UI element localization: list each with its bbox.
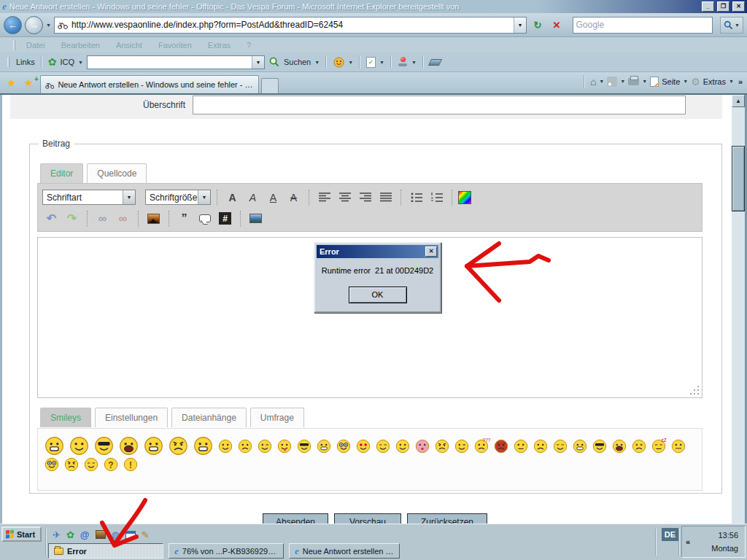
smiley-laugh[interactable] (612, 439, 627, 454)
smiley-lying[interactable] (69, 436, 89, 456)
smiley-smug[interactable] (376, 439, 390, 454)
smiley-thumbs-down[interactable] (533, 439, 548, 454)
extras-dropdown-icon[interactable]: ▼ (729, 79, 734, 84)
print-icon[interactable] (628, 78, 639, 85)
icq-flower-icon[interactable]: ✿ (66, 529, 74, 540)
picture-app-icon[interactable] (96, 530, 106, 539)
smiley-in-love[interactable] (356, 439, 371, 454)
smiley-cool[interactable] (297, 439, 311, 454)
menu-favoriten[interactable]: Favoriten (150, 41, 200, 50)
tab-umfrage[interactable]: Umfrage (250, 408, 304, 427)
toolbar-grip[interactable] (13, 40, 15, 50)
icq-button[interactable]: ICQ (60, 58, 74, 66)
page-menu-icon[interactable] (650, 77, 659, 87)
insert-link-button[interactable]: ∞ (93, 210, 112, 228)
menu-extras[interactable]: Extras (200, 41, 239, 50)
insert-image-button[interactable] (144, 210, 163, 228)
minimize-button[interactable]: _ (702, 1, 714, 12)
smiley-question[interactable]: ? (104, 457, 118, 472)
undo-button[interactable]: ↶ (42, 210, 61, 228)
align-center-button[interactable] (336, 189, 354, 206)
toolbar-grip[interactable] (7, 57, 9, 67)
smiley-angry[interactable] (435, 439, 449, 454)
font-select[interactable]: Schriftart ▼ (42, 190, 136, 205)
overflow-chevron[interactable]: » (737, 77, 744, 86)
italic-button[interactable]: A (244, 189, 262, 206)
bold-button[interactable]: A (223, 189, 241, 206)
smiley-nerd[interactable] (44, 457, 59, 472)
code-button[interactable]: # (216, 210, 234, 228)
size-select-arrow-icon[interactable]: ▼ (198, 190, 210, 204)
home-icon[interactable]: ⌂ (590, 76, 596, 88)
align-right-button[interactable] (356, 189, 374, 206)
error-dialog-ok-button[interactable]: OK (349, 287, 407, 303)
window-app-icon[interactable] (125, 531, 136, 539)
smiley-scream[interactable] (119, 436, 139, 456)
spoiler-bubble-button[interactable] (196, 210, 214, 228)
history-dropdown-icon[interactable]: ▼ (46, 23, 51, 28)
menu-ansicht[interactable]: Ansicht (108, 41, 150, 50)
combobox-dropdown-icon[interactable]: ▼ (252, 56, 264, 69)
back-button[interactable]: ← (4, 16, 22, 34)
smiley-dropdown-icon[interactable]: ▼ (348, 60, 353, 65)
url-text[interactable]: http://www.vespaonline.de/index.php?form… (71, 20, 510, 30)
smiley-rofl[interactable] (44, 436, 64, 456)
browser-icon[interactable]: ◍ (112, 529, 120, 540)
font-select-arrow-icon[interactable]: ▼ (123, 190, 135, 204)
smiley-thumbs-up[interactable] (573, 439, 587, 454)
launcher-icon[interactable]: ✈ (53, 529, 61, 540)
ordered-list-button[interactable] (427, 189, 446, 206)
address-bar[interactable]: http://www.vespaonline.de/index.php?form… (54, 17, 527, 34)
smiley-wink[interactable] (258, 439, 272, 454)
smiley-sad[interactable] (238, 439, 252, 454)
smiley-cheer-thumbs[interactable] (144, 436, 163, 456)
tab-smileys[interactable]: Smileys (40, 408, 91, 427)
font-color-button[interactable] (458, 191, 471, 204)
taskbar-button-error[interactable]: Error (48, 543, 163, 559)
browser-tab[interactable]: Neue Antwort erstellen - Windows und sei… (40, 75, 259, 93)
stop-button[interactable]: ✕ (549, 17, 565, 33)
quote-button[interactable]: ” (175, 210, 193, 228)
smiley-tongue[interactable] (277, 439, 292, 454)
print-dropdown-icon[interactable]: ▼ (642, 79, 647, 84)
language-indicator[interactable]: DE (662, 528, 678, 541)
games-joystick-icon[interactable] (398, 57, 408, 67)
rss-dropdown-icon[interactable]: ▼ (620, 79, 625, 84)
paint-app-icon[interactable]: ✎ (142, 529, 150, 540)
underline-button[interactable]: A (264, 189, 282, 206)
menu-bearbeiten[interactable]: Bearbeiten (53, 41, 108, 50)
smiley-fight[interactable] (169, 436, 188, 456)
align-left-button[interactable] (315, 189, 333, 206)
smiley-smile[interactable] (218, 439, 233, 454)
resize-grip[interactable] (689, 384, 700, 396)
menu-hilfe[interactable]: ? (239, 41, 259, 50)
smiley-frozen[interactable] (671, 439, 686, 454)
links-button[interactable]: Links (16, 58, 35, 66)
smiley-big-eyes[interactable] (336, 439, 351, 454)
games-dropdown-icon[interactable]: ▼ (411, 60, 417, 65)
smiley-giggle[interactable] (395, 439, 410, 454)
icq-dropdown-icon[interactable]: ▼ (78, 60, 83, 65)
absenden-button[interactable]: Absenden (263, 513, 328, 524)
scroll-up-icon[interactable]: ▲ (732, 95, 745, 107)
smiley-cheeky[interactable] (553, 439, 568, 454)
suchen-button[interactable]: Suchen (284, 58, 311, 66)
home-dropdown-icon[interactable]: ▼ (599, 79, 604, 84)
address-dropdown-icon[interactable]: ▼ (514, 18, 526, 33)
smiley-grin[interactable] (317, 439, 331, 454)
checkpage-icon[interactable]: ✓ (366, 57, 376, 68)
tab-dateianhaenge[interactable]: Dateianhänge (171, 408, 247, 427)
tab-einstellungen[interactable]: Einstellungen (95, 408, 168, 427)
vertical-scrollbar[interactable]: ▲ (732, 95, 745, 524)
remove-link-button[interactable]: ∞ (114, 210, 132, 228)
rss-feed-icon[interactable] (607, 77, 617, 87)
taskbar-button-forum[interactable]: e Neue Antwort erstellen - ... (289, 543, 400, 559)
suchen-dropdown-icon[interactable]: ▼ (314, 60, 320, 65)
restore-button[interactable]: ❐ (717, 1, 729, 12)
seite-menu[interactable]: Seite (662, 77, 680, 86)
smiley-knotted[interactable] (632, 439, 646, 454)
search-options-dropdown-icon[interactable]: ▼ (735, 23, 740, 28)
tab-editor[interactable]: Editor (40, 163, 83, 183)
scrollbar-thumb[interactable] (732, 146, 745, 211)
seite-dropdown-icon[interactable]: ▼ (683, 79, 688, 84)
